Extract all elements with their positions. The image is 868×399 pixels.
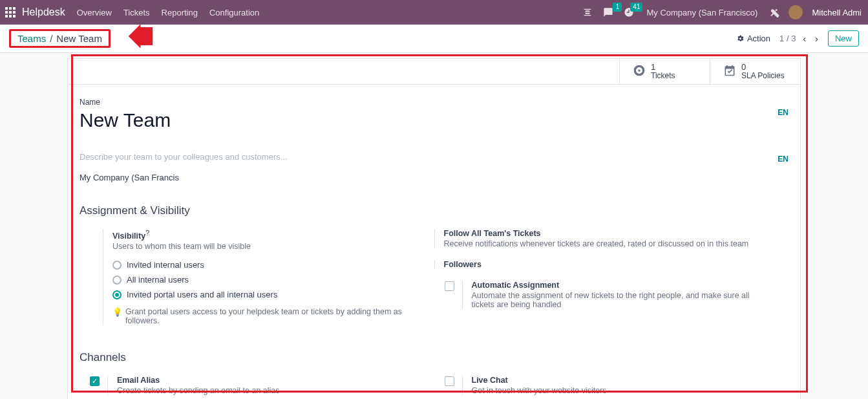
visibility-opt-invited-internal[interactable]: Invited internal users xyxy=(112,260,415,270)
activities-badge: 41 xyxy=(630,3,642,12)
stat-tickets[interactable]: 1 Tickets xyxy=(619,59,710,84)
messages-badge: 1 xyxy=(613,3,622,12)
lightbulb-icon: 💡 xyxy=(112,307,123,325)
form-sheet: 1 Tickets 0 SLA Policies Name New Team xyxy=(67,58,801,399)
channel-livechat: Live Chat Get in touch with your website… xyxy=(434,376,789,395)
activities-icon[interactable]: 41 xyxy=(622,5,636,19)
auto-assign-title: Automatic Assignment xyxy=(472,281,770,290)
visibility-label: Visibility xyxy=(112,232,145,241)
followers-block: Followers xyxy=(434,260,770,269)
breadcrumb-root[interactable]: Teams xyxy=(17,33,46,44)
lang-tag-desc[interactable]: EN xyxy=(778,155,789,164)
visibility-opt-portal-internal[interactable]: Invited portal users and all internal us… xyxy=(112,290,415,299)
livechat-checkbox[interactable] xyxy=(445,376,454,386)
auto-assign-row: Automatic Assignment Automate the assign… xyxy=(434,281,770,309)
nav-right: 1 41 My Company (San Francisco) Mitchell… xyxy=(580,5,862,19)
auto-assign-checkbox[interactable] xyxy=(445,281,454,291)
channel-email: Email Alias Create tickets by sending an… xyxy=(79,376,434,395)
livechat-help: Get in touch with your website visitors xyxy=(472,386,789,395)
lifebuoy-icon xyxy=(633,64,646,79)
arrow-annotation xyxy=(130,24,169,54)
section-assignment-heading: Assignment & Visibility xyxy=(79,204,789,217)
action-dropdown[interactable]: Action xyxy=(736,34,770,43)
visibility-group: Visibility? Users to whom this team will… xyxy=(103,229,415,325)
company-field[interactable]: My Company (San Francis xyxy=(79,173,789,182)
visibility-help: Users to whom this team will be visible xyxy=(112,242,415,251)
breadcrumb-annotation-box: Teams / New Team xyxy=(9,29,111,48)
action-label: Action xyxy=(747,34,770,43)
pager: 1 / 3 ‹ › xyxy=(779,32,821,45)
name-field-value[interactable]: New Team xyxy=(79,109,778,131)
nav-reporting[interactable]: Reporting xyxy=(162,8,198,17)
nav-links: Overview Tickets Reporting Configuration xyxy=(77,8,260,17)
stat-tickets-label: Tickets xyxy=(651,72,675,80)
visibility-opt-all-internal[interactable]: All internal users xyxy=(112,275,415,285)
auto-assign-help: Automate the assignment of new tickets t… xyxy=(472,291,770,309)
follow-help: Receive notifications whenever tickets a… xyxy=(444,239,770,248)
control-bar: Teams / New Team Action 1 / 3 ‹ › New xyxy=(0,25,868,53)
user-name[interactable]: Mitchell Admi xyxy=(812,8,862,17)
stat-buttons: 1 Tickets 0 SLA Policies xyxy=(68,59,800,85)
stat-sla[interactable]: 0 SLA Policies xyxy=(710,59,800,84)
followers-title: Followers xyxy=(444,260,770,269)
messages-icon[interactable]: 1 xyxy=(601,5,615,19)
pager-next[interactable]: › xyxy=(812,32,821,45)
app-brand[interactable]: Helpdesk xyxy=(22,6,65,18)
nav-overview[interactable]: Overview xyxy=(77,8,112,17)
email-alias-checkbox[interactable] xyxy=(90,376,100,386)
stat-tickets-count: 1 xyxy=(651,63,675,72)
name-field-label: Name xyxy=(79,98,778,107)
stat-sla-count: 0 xyxy=(741,63,785,72)
avatar[interactable] xyxy=(789,5,803,19)
tray-icon[interactable] xyxy=(580,5,595,19)
description-input[interactable] xyxy=(79,151,765,163)
pager-prev[interactable]: ‹ xyxy=(799,32,809,45)
apps-icon[interactable] xyxy=(5,7,16,17)
breadcrumb-sep: / xyxy=(50,33,52,44)
visibility-help-icon[interactable]: ? xyxy=(145,229,149,237)
nav-tickets[interactable]: Tickets xyxy=(123,8,150,17)
email-alias-title: Email Alias xyxy=(117,376,434,385)
livechat-title: Live Chat xyxy=(472,376,789,385)
content-area: 1 Tickets 0 SLA Policies Name New Team xyxy=(0,53,868,399)
new-button[interactable]: New xyxy=(828,30,859,47)
lang-tag-name[interactable]: EN xyxy=(778,108,789,117)
tools-icon[interactable] xyxy=(768,5,782,19)
visibility-tip: 💡 Grant portal users access to your help… xyxy=(112,307,415,325)
company-switcher[interactable]: My Company (San Francisco) xyxy=(646,8,757,17)
calendar-check-icon xyxy=(723,64,736,79)
stat-sla-label: SLA Policies xyxy=(741,72,785,80)
email-alias-help: Create tickets by sending an email to an… xyxy=(117,386,434,395)
pager-text: 1 / 3 xyxy=(779,34,796,43)
follow-block: Follow All Team's Tickets Receive notifi… xyxy=(434,229,770,248)
section-channels-heading: Channels xyxy=(79,351,789,364)
breadcrumb-current: New Team xyxy=(56,33,102,44)
follow-title: Follow All Team's Tickets xyxy=(444,229,770,238)
top-navbar: Helpdesk Overview Tickets Reporting Conf… xyxy=(0,0,868,25)
nav-configuration[interactable]: Configuration xyxy=(209,8,259,17)
